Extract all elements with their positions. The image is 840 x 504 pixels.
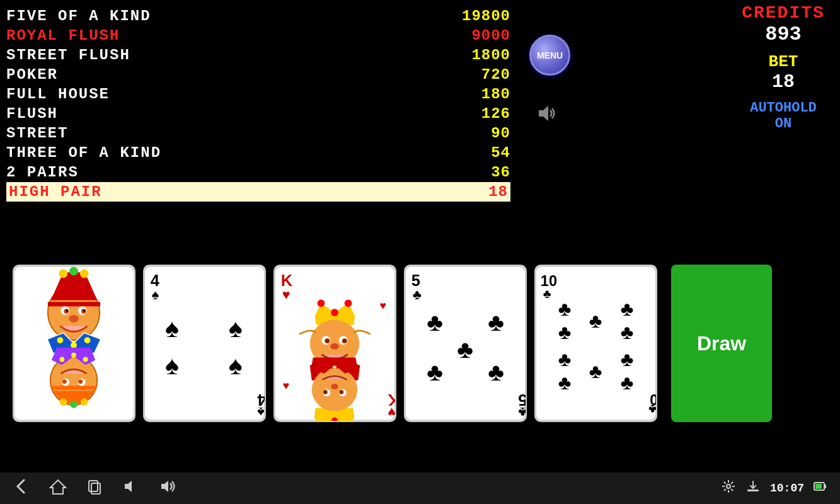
svg-text:♣: ♣ <box>558 372 572 394</box>
pay-name-street-flush: STREET FLUSH <box>6 47 130 64</box>
nav-left-icons <box>13 478 176 500</box>
svg-text:♥: ♥ <box>388 404 395 420</box>
settings-icon[interactable] <box>721 479 736 498</box>
paytable-row-street: STREET 90 <box>6 123 510 143</box>
recents-icon[interactable] <box>86 478 103 500</box>
card-4-spades[interactable]: 4 ♠ 4 ♠ ♠ ♠ ♠ ♠ <box>143 265 266 422</box>
svg-point-24 <box>78 379 83 384</box>
svg-text:♣: ♣ <box>488 309 504 336</box>
svg-point-45 <box>345 299 352 307</box>
paytable: FIVE OF A KIND 19800 ROYAL FLUSH 9000 ST… <box>6 6 510 202</box>
svg-text:♣: ♣ <box>413 287 422 302</box>
svg-point-28 <box>59 357 64 362</box>
battery-icon <box>814 479 827 498</box>
bet-label: BET <box>733 52 834 71</box>
time-display: 10:07 <box>770 482 804 495</box>
svg-text:♣: ♣ <box>558 348 572 370</box>
svg-point-16 <box>84 337 91 343</box>
svg-text:♠: ♠ <box>152 287 159 302</box>
svg-text:♠: ♠ <box>229 351 243 380</box>
pay-value-high-pair: 18 <box>457 183 508 200</box>
menu-button[interactable]: MENU <box>529 35 570 76</box>
svg-text:♣: ♣ <box>589 360 602 382</box>
draw-button[interactable]: Draw <box>671 265 772 422</box>
credits-label: CREDITS <box>733 3 834 23</box>
svg-text:♥: ♥ <box>283 379 289 392</box>
nav-right-area: 10:07 <box>721 479 827 498</box>
svg-point-6 <box>80 269 89 278</box>
svg-point-50 <box>342 338 347 343</box>
svg-rect-73 <box>536 266 656 421</box>
svg-rect-97 <box>824 484 826 488</box>
card-10-clubs[interactable]: 10 ♣ 10 ♣ ♣ ♣ ♣ ♣ ♣ ♣ ♣ ♣ ♣ ♣ <box>534 265 657 422</box>
svg-point-51 <box>330 343 339 350</box>
svg-marker-88 <box>50 480 66 494</box>
svg-marker-91 <box>125 481 132 492</box>
pay-value-royal-flush: 9000 <box>460 27 510 44</box>
svg-point-14 <box>57 337 64 343</box>
back-icon[interactable] <box>13 478 30 500</box>
svg-rect-90 <box>91 483 100 494</box>
svg-text:K: K <box>281 272 293 289</box>
pay-name-street: STREET <box>6 125 68 142</box>
svg-text:♣: ♣ <box>558 298 572 320</box>
volume-off-icon[interactable] <box>122 478 140 500</box>
svg-text:♣: ♣ <box>457 336 473 363</box>
paytable-row-flush: FLUSH 126 <box>6 104 510 123</box>
svg-point-11 <box>66 309 68 312</box>
svg-point-25 <box>62 379 67 384</box>
card-joker[interactable] <box>13 265 135 422</box>
svg-text:♣: ♣ <box>543 287 551 301</box>
pay-value-flush: 126 <box>460 105 510 122</box>
sound-icon[interactable] <box>536 104 558 128</box>
paytable-row-high-pair: HIGH PAIR 18 <box>6 182 510 202</box>
paytable-row-full-house: FULL HOUSE 180 <box>6 84 510 104</box>
svg-text:♣: ♣ <box>427 309 443 336</box>
svg-point-49 <box>325 338 330 343</box>
svg-point-44 <box>331 309 338 316</box>
volume-on-icon[interactable] <box>159 478 176 500</box>
svg-point-4 <box>59 269 68 278</box>
svg-rect-29 <box>144 266 265 421</box>
pay-value-poker: 720 <box>460 66 510 83</box>
svg-text:♠: ♠ <box>165 351 179 380</box>
svg-point-93 <box>727 484 730 488</box>
svg-marker-0 <box>539 106 548 121</box>
svg-rect-96 <box>815 484 822 489</box>
game-area: FIVE OF A KIND 19800 ROYAL FLUSH 9000 ST… <box>0 0 840 472</box>
paytable-row-five-of-a-kind: FIVE OF A KIND 19800 <box>6 6 510 26</box>
paytable-row-three-of-a-kind: THREE OF A KIND 54 <box>6 143 510 163</box>
svg-point-26 <box>83 357 88 362</box>
credits-value: 893 <box>733 23 834 46</box>
pay-value-street: 90 <box>460 125 510 142</box>
svg-point-27 <box>71 353 76 358</box>
autohold-value: ON <box>733 116 834 132</box>
bet-value: 18 <box>733 71 834 93</box>
right-panel: CREDITS 893 BET 18 AUTOHOLD ON <box>733 3 834 132</box>
svg-text:4: 4 <box>151 272 160 289</box>
svg-point-21 <box>59 398 67 406</box>
pay-name-royal-flush: ROYAL FLUSH <box>6 27 120 44</box>
svg-text:♣: ♣ <box>427 358 443 386</box>
svg-point-19 <box>81 398 88 406</box>
pay-name-three-of-a-kind: THREE OF A KIND <box>6 144 161 161</box>
svg-text:♣: ♣ <box>621 298 634 320</box>
card-king-hearts[interactable]: K ♥ K ♥ <box>273 265 396 422</box>
svg-point-60 <box>331 384 338 389</box>
pay-value-street-flush: 1800 <box>460 47 510 64</box>
svg-text:♠: ♠ <box>257 404 264 420</box>
home-icon[interactable] <box>49 478 67 500</box>
pay-name-2-pairs: 2 PAIRS <box>6 164 79 181</box>
card-5-clubs[interactable]: 5 ♣ 5 ♣ ♣ ♣ ♣ ♣ ♣ <box>404 265 527 422</box>
autohold-label: AUTOHOLD <box>733 100 834 116</box>
pay-name-high-pair: HIGH PAIR <box>9 183 102 200</box>
svg-point-12 <box>83 309 86 312</box>
pay-value-2-pairs: 36 <box>460 164 510 181</box>
download-icon[interactable] <box>745 479 761 498</box>
svg-text:♣: ♣ <box>621 321 634 343</box>
svg-text:♣: ♣ <box>518 404 526 420</box>
svg-text:♣: ♣ <box>648 403 656 416</box>
svg-text:♣: ♣ <box>621 372 634 394</box>
navigation-bar: 10:07 <box>0 472 840 504</box>
svg-point-55 <box>312 368 357 411</box>
